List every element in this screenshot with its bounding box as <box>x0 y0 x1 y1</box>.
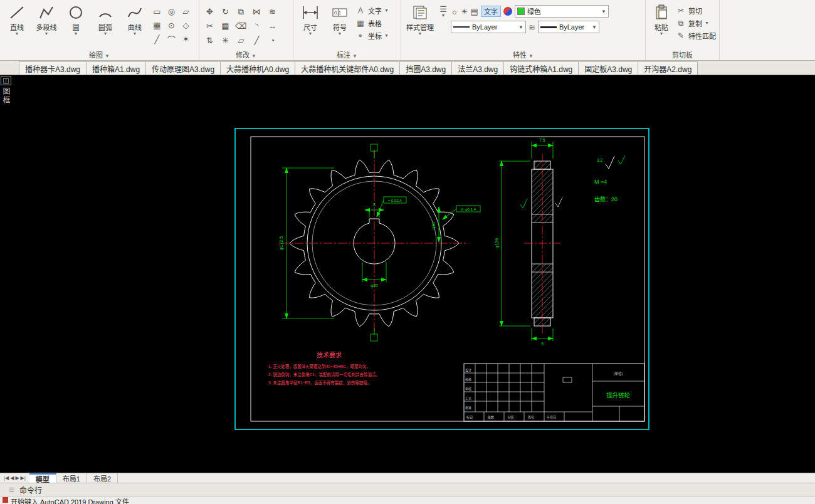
modify-tool-icon[interactable]: ✥ <box>202 5 217 18</box>
prev-layout-icon[interactable]: ◀ <box>10 475 14 481</box>
modify-tool-icon[interactable]: ↔ <box>265 19 280 33</box>
circle-tool-caret[interactable]: ▼ <box>74 32 78 36</box>
modify-tool-icon[interactable]: ✂ <box>202 19 217 33</box>
table-button[interactable]: ▦ 表格 <box>355 17 389 29</box>
draw-tool-icon[interactable]: ⌒ <box>165 33 178 45</box>
part-name: 提升链轮 <box>606 392 631 399</box>
draw-tool-icon[interactable]: ◎ <box>165 5 178 18</box>
modify-tool-icon[interactable]: ⋈ <box>250 5 264 18</box>
arc-tool-label: 圆弧 <box>98 22 112 32</box>
dimension-caret[interactable]: ▼ <box>308 32 313 36</box>
polyline-tool-button[interactable]: 多段线 ▼ <box>33 2 60 51</box>
draw-tool-icon[interactable]: ╱ <box>150 33 164 45</box>
color-wheel-icon[interactable] <box>503 7 512 16</box>
modify-tool-icon[interactable]: ⌫ <box>234 19 248 33</box>
draw-tool-icon[interactable]: ◇ <box>179 19 192 31</box>
draw-panel-label[interactable]: 绘图▼ <box>0 50 199 60</box>
modify-tool-icon[interactable]: ▦ <box>218 19 233 33</box>
modify-tool-icon[interactable]: ▱ <box>234 34 248 47</box>
file-tab[interactable]: 大蒜播种机A0.dwg <box>220 61 295 75</box>
menu-lines-caret[interactable]: ▼ <box>438 14 449 18</box>
circle-icon <box>66 4 85 21</box>
draw-tool-icon[interactable]: ▭ <box>150 5 164 18</box>
modify-tool-icon[interactable]: ⧉ <box>234 5 248 18</box>
paste-button[interactable]: 粘贴 ▼ <box>649 2 674 51</box>
modify-tool-icon[interactable]: ≋ <box>265 5 280 18</box>
file-tab[interactable]: 播种箱A1.dwg <box>86 61 146 75</box>
spline-tool-caret[interactable]: ▼ <box>133 32 137 36</box>
symbol-button[interactable]: 0.1 符号 ▼ <box>326 2 354 51</box>
modify-tool-icon[interactable]: ↻ <box>218 5 233 18</box>
lineweight-icon[interactable]: ≋ <box>528 23 535 32</box>
line-tool-button[interactable]: 直线 ▼ <box>3 2 31 51</box>
layout-tab[interactable]: 模型 <box>29 473 56 483</box>
copy-button[interactable]: ⧉ 复制 ▼ <box>676 17 716 29</box>
coordinate-button[interactable]: ⌖ 坐标 ▼ <box>355 29 389 42</box>
tb-row-label: 年月日 <box>547 415 556 419</box>
paste-caret[interactable]: ▼ <box>660 32 664 36</box>
annotate-panel-label[interactable]: 标注▼ <box>293 50 401 60</box>
arc-tool-button[interactable]: 圆弧 ▼ <box>92 2 119 51</box>
draw-tool-icon[interactable]: ✶ <box>179 33 192 45</box>
text-icon: A <box>355 6 365 15</box>
next-layout-icon[interactable]: ▶ <box>15 475 19 481</box>
command-line[interactable]: ☰ 命令行 <box>0 483 815 496</box>
modify-tool-icon[interactable]: ✳ <box>218 34 233 47</box>
coordinate-icon: ⌖ <box>355 31 365 40</box>
menu-lines-icon[interactable]: ☰ <box>438 4 449 14</box>
file-tab[interactable]: 法兰A3.dwg <box>451 61 504 75</box>
modify-tool-icon[interactable]: ╱ <box>250 34 264 47</box>
cut-icon: ✂ <box>676 6 686 15</box>
text-label: 文字 <box>368 6 382 16</box>
file-tab[interactable]: 固定板A3.dwg <box>578 61 638 75</box>
text-style-chip[interactable]: 文字 <box>481 6 501 17</box>
lineweight-dropdown[interactable]: ByLayer ▼ <box>538 21 599 33</box>
properties-panel-label[interactable]: 特性▼ <box>401 50 645 60</box>
printer-icon[interactable]: ▤ <box>471 7 478 16</box>
circle-tool-button[interactable]: 圆 ▼ <box>62 2 90 51</box>
line-tool-caret[interactable]: ▼ <box>15 32 19 36</box>
symbol-caret[interactable]: ▼ <box>338 32 342 36</box>
clipboard-panel-label[interactable]: 剪切板 <box>646 50 719 60</box>
modify-panel-label[interactable]: 修改▼ <box>199 50 293 60</box>
file-tab[interactable]: 大蒜播种机关键部件A0.dwg <box>295 61 400 75</box>
panel-properties: 样式管理 ▼ ☰ ▼ ☼ ☀ ▤ 文字 绿色 ▼ <box>401 0 646 60</box>
color-dropdown[interactable]: 绿色 ▼ <box>515 5 609 18</box>
drawing-canvas[interactable]: ◫ 图框 <box>0 75 815 473</box>
file-tab[interactable]: 开沟器A2.dwg <box>638 61 698 75</box>
draw-tool-icon[interactable]: ▱ <box>179 5 192 18</box>
file-tab[interactable]: 钩链式种箱A1.dwg <box>503 61 579 75</box>
modify-tool-icon[interactable]: ⇅ <box>202 34 217 47</box>
sun-icon[interactable]: ☀ <box>461 7 468 16</box>
dim-rim-width: 7.5 <box>539 138 545 142</box>
first-layout-icon[interactable]: |◀ <box>4 475 9 481</box>
panel-clipboard: 粘贴 ▼ ✂ 剪切 ⧉ 复制 ▼ ✎ 特性匹配 剪切板 <box>646 0 720 60</box>
modify-tool-icon[interactable]: ◝ <box>250 19 264 33</box>
last-layout-icon[interactable]: ▶| <box>21 475 26 481</box>
paste-icon <box>652 4 671 21</box>
cut-button[interactable]: ✂ 剪切 <box>676 4 716 17</box>
text-button[interactable]: A 文字 ▼ <box>355 4 389 17</box>
draw-extra-grid: ▭◎▱▦⊙◇╱⌒✶ <box>150 2 192 51</box>
annotate-panel-label-text: 标注 <box>337 51 350 59</box>
file-tab[interactable]: 播种器卡A3.dwg <box>19 61 87 75</box>
file-tab[interactable]: 挡圈A3.dwg <box>399 61 452 75</box>
layer-dropdown[interactable]: ByLayer ▼ <box>451 21 526 33</box>
lightbulb-icon[interactable]: ☼ <box>451 7 458 16</box>
arc-tool-caret[interactable]: ▼ <box>103 32 108 36</box>
match-properties-button[interactable]: ✎ 特性匹配 <box>676 29 716 42</box>
layout-tab[interactable]: 布局2 <box>87 473 118 483</box>
modify-tool-icon[interactable]: ◔ <box>265 34 280 47</box>
file-tab[interactable]: 传动原理图A3.dwg <box>145 61 221 75</box>
draw-tool-icon[interactable]: ⊙ <box>165 19 178 31</box>
draw-tool-icon[interactable]: ▦ <box>150 19 164 31</box>
spline-tool-button[interactable]: 曲线 ▼ <box>121 2 149 51</box>
polyline-tool-caret[interactable]: ▼ <box>45 32 49 36</box>
status-hint: 开始键入 AutoCAD 2019 Drawing 文件 <box>11 496 129 504</box>
style-manager-caret[interactable]: ▼ <box>418 32 423 36</box>
style-manager-button[interactable]: 样式管理 ▼ <box>404 2 436 51</box>
color-value: 绿色 <box>527 6 541 16</box>
dim-hub-width: 9 <box>541 342 544 346</box>
dimension-button[interactable]: 尺寸 ▼ <box>297 2 324 51</box>
layout-tab[interactable]: 布局1 <box>56 473 87 483</box>
